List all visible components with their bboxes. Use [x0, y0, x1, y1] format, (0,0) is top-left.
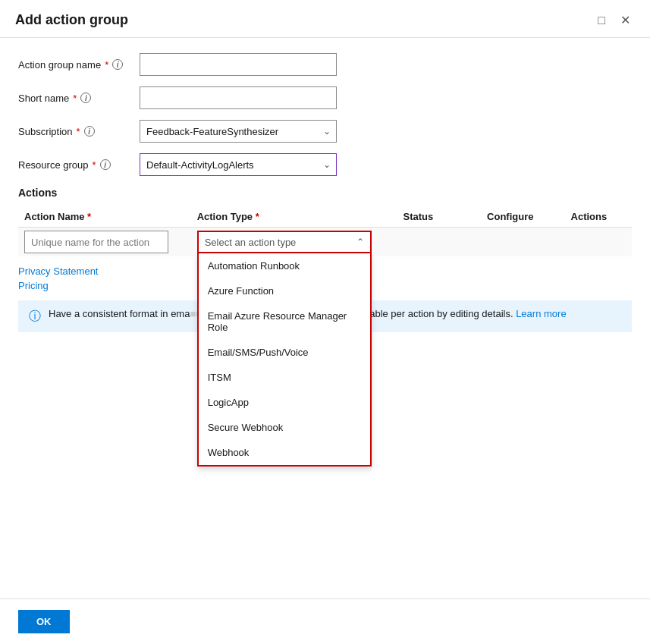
action-group-name-row: Action group name * i	[18, 53, 632, 76]
dropdown-item-itsm[interactable]: ITSM	[199, 365, 370, 390]
actions-table: Action Name * Action Type * Status Confi…	[18, 206, 632, 256]
action-type-cell: Select an action type ⌃ Automation Runbo…	[191, 228, 397, 257]
dialog-controls: □ ✕	[593, 13, 635, 28]
dropdown-item-secure-webhook[interactable]: Secure Webhook	[199, 415, 370, 440]
dialog-title: Add action group	[15, 12, 128, 28]
col-action-type: Action Type *	[191, 206, 397, 228]
subscription-select-wrapper: Feedback-FeatureSynthesizer ⌄	[140, 120, 337, 143]
dialog-header: Add action group □ ✕	[0, 0, 650, 38]
subscription-select[interactable]: Feedback-FeatureSynthesizer	[140, 120, 337, 143]
required-star-4: *	[93, 159, 96, 171]
action-type-chevron-icon: ⌃	[356, 237, 364, 247]
col-configure: Configure	[481, 206, 565, 228]
action-group-name-label: Action group name * i	[18, 59, 140, 71]
add-action-group-dialog: Add action group □ ✕ Action group name *…	[0, 0, 650, 644]
col-actions: Actions	[565, 206, 632, 228]
short-name-label: Short name * i	[18, 93, 140, 104]
dropdown-item-email-arm-role[interactable]: Email Azure Resource Manager Role	[199, 303, 370, 340]
resource-group-label: Resource group * i	[18, 159, 140, 171]
action-group-name-input[interactable]	[140, 53, 337, 76]
required-star-2: *	[73, 93, 77, 104]
action-type-select[interactable]: Select an action type ⌃	[197, 231, 372, 253]
status-cell	[397, 228, 482, 257]
table-header-row: Action Name * Action Type * Status Confi…	[18, 206, 632, 228]
dropdown-item-email-sms[interactable]: Email/SMS/Push/Voice	[199, 340, 370, 365]
dialog-footer: OK	[0, 598, 650, 644]
learn-more-link[interactable]: Learn more	[516, 308, 566, 319]
subscription-info-icon[interactable]: i	[84, 126, 95, 137]
action-name-input[interactable]	[24, 231, 168, 253]
actions-cell	[565, 228, 632, 257]
action-group-name-info-icon[interactable]: i	[112, 59, 123, 70]
action-type-dropdown: Automation Runbook Azure Function Email …	[197, 253, 372, 467]
col-action-name: Action Name *	[18, 206, 191, 228]
subscription-label: Subscription * i	[18, 126, 140, 137]
configure-cell	[481, 228, 565, 257]
required-star: *	[105, 59, 108, 71]
dropdown-item-automation-runbook[interactable]: Automation Runbook	[199, 253, 370, 278]
short-name-row: Short name * i	[18, 86, 632, 109]
ok-button[interactable]: OK	[18, 610, 70, 633]
resource-group-info-icon[interactable]: i	[100, 159, 111, 170]
subscription-row: Subscription * i Feedback-FeatureSynthes…	[18, 120, 632, 143]
close-button[interactable]: ✕	[616, 13, 635, 28]
table-row: Select an action type ⌃ Automation Runbo…	[18, 228, 632, 257]
short-name-info-icon[interactable]: i	[80, 93, 91, 103]
dropdown-item-azure-function[interactable]: Azure Function	[199, 278, 370, 303]
info-banner-icon: ⓘ	[29, 309, 41, 325]
dropdown-item-webhook[interactable]: Webhook	[199, 440, 370, 465]
required-star-3: *	[77, 126, 80, 137]
short-name-input[interactable]	[140, 86, 337, 109]
resource-group-select-wrapper: Default-ActivityLogAlerts ⌄	[140, 153, 337, 176]
resource-group-row: Resource group * i Default-ActivityLogAl…	[18, 153, 632, 176]
resource-group-select[interactable]: Default-ActivityLogAlerts	[140, 153, 337, 176]
action-name-cell	[18, 228, 191, 257]
dropdown-item-logicapp[interactable]: LogicApp	[199, 390, 370, 415]
actions-section-label: Actions	[18, 187, 632, 199]
action-type-container: Select an action type ⌃ Automation Runbo…	[197, 231, 391, 253]
dialog-body: Action group name * i Short name * i Sub…	[0, 38, 650, 598]
col-status: Status	[397, 206, 482, 228]
minimize-button[interactable]: □	[593, 13, 610, 28]
